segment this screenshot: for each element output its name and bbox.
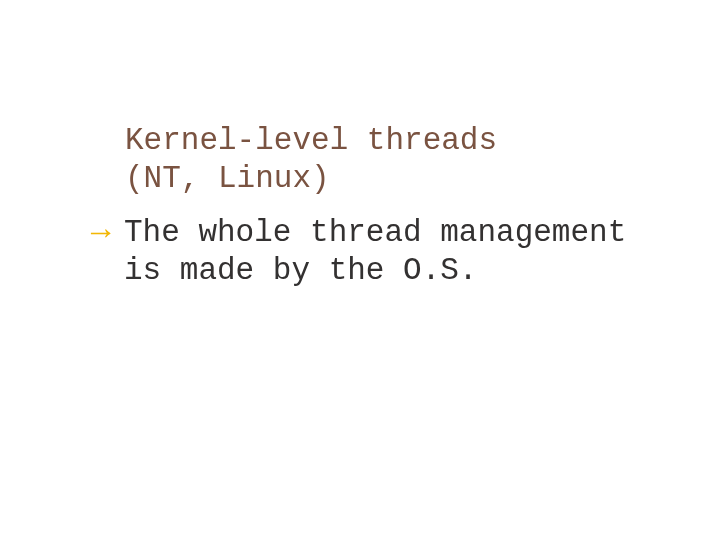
arrow-right-icon: → xyxy=(84,214,124,250)
bullet-item: → The whole thread management is made by… xyxy=(84,214,644,290)
slide-title: Kernel-level threads (NT, Linux) xyxy=(125,122,665,198)
title-line-1: Kernel-level threads xyxy=(125,122,665,160)
title-line-2: (NT, Linux) xyxy=(125,160,665,198)
slide: Kernel-level threads (NT, Linux) → The w… xyxy=(0,0,720,540)
bullet-text: The whole thread management is made by t… xyxy=(124,214,644,290)
slide-body: → The whole thread management is made by… xyxy=(84,214,644,290)
